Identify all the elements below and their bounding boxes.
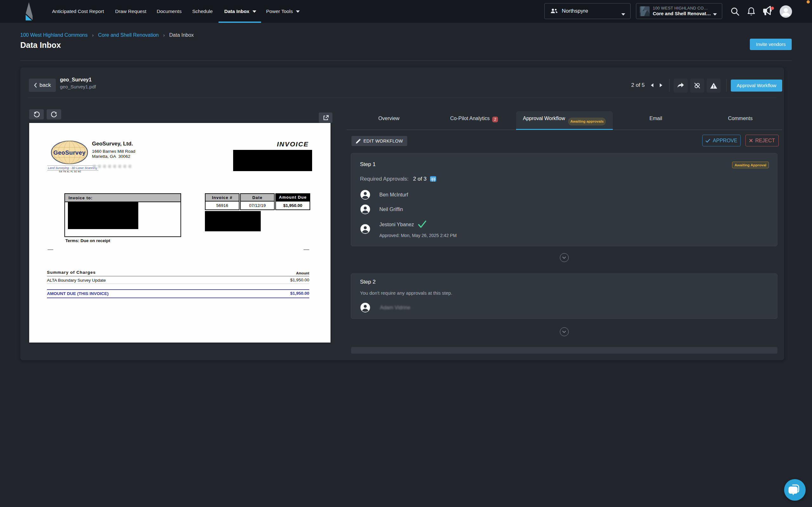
svg-text:GeoSurvey: GeoSurvey <box>53 149 86 156</box>
